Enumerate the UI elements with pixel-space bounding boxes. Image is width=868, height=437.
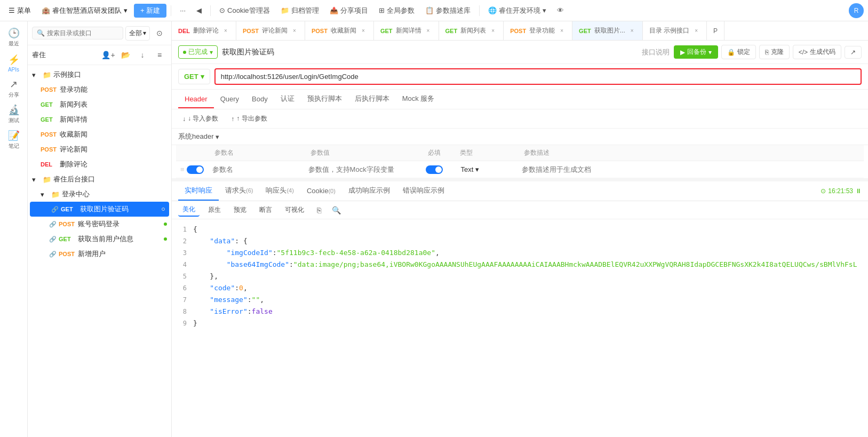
sidebar-item-notes[interactable]: 📝 笔记 (2, 128, 26, 152)
visualize-btn[interactable]: 可视化 (281, 204, 308, 216)
search-input[interactable] (47, 29, 118, 37)
share-api-button[interactable]: ↗ (845, 46, 862, 59)
send-button[interactable]: ▶ 回备份 ▾ (674, 45, 718, 59)
tab-auth[interactable]: 认证 (274, 90, 301, 109)
tab-news-list[interactable]: GET 新闻列表 × (439, 21, 504, 40)
clone-button[interactable]: ⎘ 克隆 (759, 45, 790, 59)
sidebar-item-apis[interactable]: ⚡ APIs (2, 51, 26, 75)
drag-handle-icon[interactable]: ≡ (180, 165, 185, 173)
tab-close-btn[interactable]: × (558, 27, 566, 35)
more-button[interactable]: ··· (176, 4, 190, 17)
tab-close-btn[interactable]: × (291, 27, 298, 35)
tree-api-login[interactable]: POST 登录功能 (28, 82, 171, 97)
param-name-input[interactable] (212, 165, 300, 173)
tab-extra[interactable]: P (707, 21, 724, 40)
tab-delete-comment[interactable]: DEL 删除评论 × (172, 21, 236, 40)
param-required-toggle[interactable] (426, 165, 443, 174)
system-header-toggle[interactable]: 系统header ▾ (178, 132, 862, 141)
tree-api-account-login[interactable]: 🔗 POST 账号密码登录 (28, 217, 171, 232)
tab-mock[interactable]: Mock 服务 (396, 90, 441, 109)
tab-news-detail[interactable]: GET 新闻详情 × (374, 21, 439, 40)
pause-icon[interactable]: ⏸ (855, 187, 862, 195)
tab-example-dir[interactable]: 目录 示例接口 × (643, 21, 707, 40)
preview-btn[interactable]: 预览 (229, 204, 251, 216)
tree-api-news-detail[interactable]: GET 新闻详情 (28, 112, 171, 127)
global-params[interactable]: ⊞ 全局参数 (375, 4, 419, 18)
assert-btn[interactable]: 断言 (255, 204, 276, 216)
param-enable-toggle[interactable] (187, 165, 204, 174)
search-box[interactable]: 🔍 (32, 27, 123, 39)
tree-api-delete-comment[interactable]: DEL 删除评论 (28, 157, 171, 172)
param-value-cell[interactable] (304, 161, 421, 178)
tab-body[interactable]: Body (245, 91, 274, 108)
env-selector[interactable]: 🌐 睿住开发环境 ▾ (484, 4, 551, 18)
import-params-button[interactable]: ↓ ↓ 导入参数 (178, 113, 222, 125)
tab-close-btn[interactable]: × (692, 27, 700, 35)
tree-folder-examples[interactable]: ▾ 📁 示例接口 (28, 67, 171, 82)
tab-close-btn[interactable]: × (628, 27, 636, 35)
tree-api-get-imgcode[interactable]: 🔗 GET 获取图片验证码 (30, 202, 169, 217)
download-icon-btn[interactable]: ↓ (135, 47, 150, 62)
tab-close-btn[interactable]: × (425, 27, 432, 35)
sidebar-item-share[interactable]: ↗ 分享 (2, 77, 26, 100)
beautify-btn[interactable]: 美化 (178, 203, 200, 217)
team-selector[interactable]: 🏨 睿住智慧酒店研发团队 ▾ (37, 4, 132, 18)
more-tree-icon-btn[interactable]: ≡ (152, 47, 167, 62)
menu-button[interactable]: ☰ 菜单 (4, 4, 35, 18)
archive-manager[interactable]: 📁 归档管理 (276, 4, 323, 18)
new-button[interactable]: + 新建 (134, 4, 166, 18)
tab-query[interactable]: Query (214, 91, 245, 108)
tab-get-imgcode[interactable]: GET 获取图片... × (572, 21, 643, 40)
raw-btn[interactable]: 原生 (204, 204, 225, 216)
url-input[interactable] (214, 68, 862, 85)
export-params-button[interactable]: ↑ ↑ 导出参数 (227, 113, 271, 125)
tree-api-current-user[interactable]: 🔗 GET 获取当前用户信息 (28, 232, 171, 247)
tab-post-script[interactable]: 后执行脚本 (348, 90, 396, 109)
add-person-icon-btn[interactable]: 👤+ (101, 47, 116, 62)
copy-response-btn[interactable]: ⎘ (313, 204, 325, 217)
method-select[interactable]: GET ▾ (178, 69, 210, 84)
param-desc-cell[interactable] (517, 161, 864, 178)
lock-button[interactable]: 🔒 锁定 (721, 45, 756, 59)
search-response-btn[interactable]: 🔍 (330, 204, 343, 217)
tree-folder-backend[interactable]: ▾ 📁 睿住后台接口 (28, 172, 171, 187)
sidebar-item-test[interactable]: 🔬 测试 (2, 102, 26, 126)
response-tab-success-example[interactable]: 成功响应示例 (342, 181, 396, 201)
gen-code-button[interactable]: </> 生成代码 (793, 45, 841, 59)
response-tab-realtime[interactable]: 实时响应 (178, 181, 219, 201)
api-name[interactable]: 获取图片验证码 (222, 47, 638, 57)
tree-api-add-user[interactable]: 🔗 POST 新增用户 (28, 247, 171, 261)
param-value-input[interactable] (308, 165, 417, 173)
response-tab-cookie[interactable]: Cookie(0) (300, 182, 342, 200)
param-type-cell[interactable]: Text ▾ (453, 161, 517, 178)
type-select[interactable]: Text ▾ (458, 164, 513, 174)
cookie-manager[interactable]: ⊙ Cookie管理器 (215, 4, 274, 18)
tree-folder-login-center[interactable]: ▾ 📁 登录中心 (28, 187, 171, 202)
tab-close-btn[interactable]: × (489, 27, 497, 35)
param-desc-library[interactable]: 📋 参数描述库 (421, 4, 475, 18)
tab-header[interactable]: Header (178, 91, 214, 108)
response-tab-error-example[interactable]: 错误响应示例 (396, 181, 451, 201)
settings-button[interactable]: ⊙ (152, 26, 167, 41)
share-project[interactable]: 📤 分享项目 (325, 4, 372, 18)
preview-button[interactable]: 👁 (553, 4, 568, 17)
status-badge[interactable]: 已完成 ▾ (178, 45, 218, 59)
response-tab-req-headers[interactable]: 请求头(6) (219, 181, 259, 201)
tab-fav-news[interactable]: POST 收藏新闻 × (305, 21, 374, 40)
tab-close-btn[interactable]: × (222, 27, 229, 35)
tab-close-btn[interactable]: × (360, 27, 367, 35)
api-desc[interactable]: 接口说明 (642, 47, 670, 57)
filter-select[interactable]: 全部 ▾ (125, 26, 150, 41)
response-tab-res-headers[interactable]: 响应头(4) (259, 181, 300, 201)
tab-comment-news[interactable]: POST 评论新闻 × (236, 21, 305, 40)
tree-api-comment-news[interactable]: POST 评论新闻 (28, 142, 171, 157)
param-name-cell[interactable] (208, 161, 304, 178)
tab-pre-script[interactable]: 预执行脚本 (301, 90, 348, 109)
back-button[interactable]: ◀ (192, 4, 206, 17)
avatar[interactable]: R (849, 3, 864, 18)
sidebar-item-recent[interactable]: 🕒 最近 (2, 26, 26, 49)
tab-login[interactable]: POST 登录功能 × (504, 21, 572, 40)
add-folder-icon-btn[interactable]: 📂 (118, 47, 133, 62)
tree-api-fav-news[interactable]: POST 收藏新闻 (28, 127, 171, 142)
param-desc-input[interactable] (522, 165, 859, 173)
